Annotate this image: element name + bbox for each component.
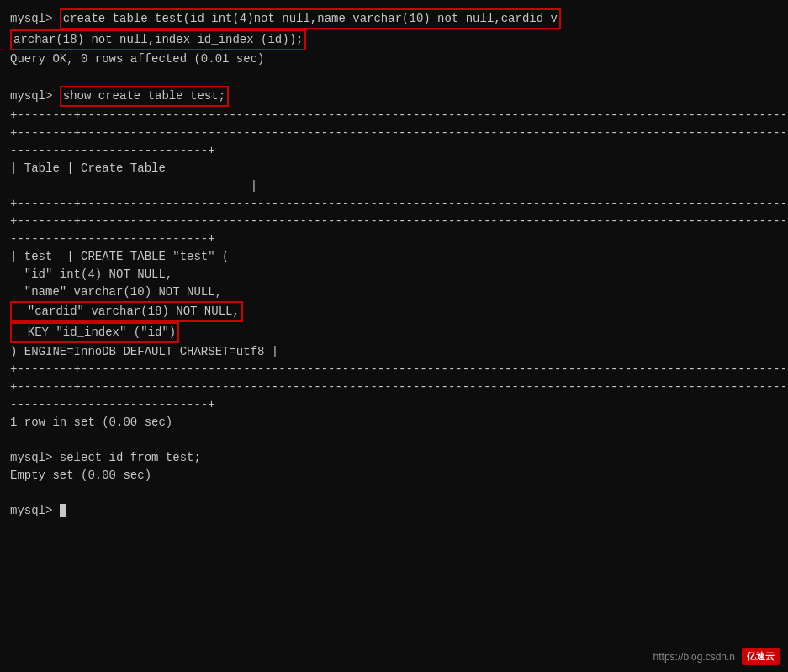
query-ok-line: Query OK, 0 rows affected (0.01 sec)	[10, 50, 778, 68]
row-cardid-line: "cardid" varchar(18) NOT NULL,	[10, 301, 778, 322]
footer-url: https://blog.csdn.n	[653, 651, 735, 663]
row-id-line: "id" int(4) NOT NULL,	[10, 266, 778, 283]
create-table-line2: archar(18) not null,index id_index (id))…	[10, 29, 778, 50]
divider-line-4: +--------+------------------------------…	[10, 195, 778, 213]
select-cmd-line: mysql> select id from test;	[10, 449, 778, 467]
divider-line-1: +--------+------------------------------…	[10, 107, 778, 124]
footer: https://blog.csdn.n 亿速云	[653, 648, 780, 665]
blank-line-1	[10, 68, 778, 86]
col-create-table: Create Table	[81, 161, 166, 175]
final-prompt-line[interactable]: mysql>	[10, 502, 778, 520]
blank-line-2	[10, 431, 778, 449]
divider-line-7: +--------+------------------------------…	[10, 361, 778, 378]
key-highlight: KEY "id_index" ("id")	[10, 322, 179, 343]
divider-line-9: ----------------------------+	[10, 396, 778, 414]
terminal-window: mysql> create table test(id int(4)not nu…	[0, 0, 788, 672]
prompt2: mysql>	[10, 89, 60, 103]
row-count-line: 1 row in set (0.00 sec)	[10, 414, 778, 431]
blank-line-3	[10, 484, 778, 502]
divider-line-3: ----------------------------+	[10, 142, 778, 160]
create-table-line1: mysql> create table test(id int(4)not nu…	[10, 8, 778, 29]
row-key-line: KEY "id_index" ("id")	[10, 322, 778, 343]
cursor	[60, 504, 66, 517]
show-cmd-highlight: show create table test;	[60, 86, 229, 107]
divider-line-8: +--------+------------------------------…	[10, 378, 778, 396]
row-engine-line: ) ENGINE=InnoDB DEFAULT CHARSET=utf8 |	[10, 343, 778, 361]
cardid-highlight-start: "cardid" varchar(18) NOT NULL,	[10, 301, 243, 322]
empty-set-line: Empty set (0.00 sec)	[10, 467, 778, 484]
col-table: Table	[24, 161, 60, 175]
row-name-line: "name" varchar(10) NOT NULL,	[10, 283, 778, 301]
col-header-line: | Table | Create Table	[10, 160, 778, 177]
divider-line-5: +--------+------------------------------…	[10, 213, 778, 230]
create-table-cmd-highlight2: archar(18) not null,index id_index (id))…	[10, 29, 306, 50]
create-table-cmd-highlight: create table test(id int(4)not null,name…	[60, 8, 561, 29]
row-test-line: | test | CREATE TABLE "test" (	[10, 248, 778, 266]
col-pipe-line: |	[10, 177, 778, 195]
divider-line-6: ----------------------------+	[10, 230, 778, 248]
show-cmd-line: mysql> show create table test;	[10, 86, 778, 107]
prompt1: mysql>	[10, 12, 60, 25]
divider-line-2: +--------+------------------------------…	[10, 124, 778, 142]
footer-logo: 亿速云	[742, 648, 780, 665]
